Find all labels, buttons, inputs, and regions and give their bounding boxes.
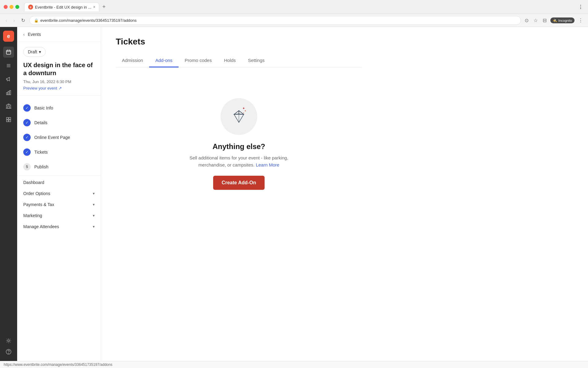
page-title: Tickets <box>116 37 362 47</box>
browser-profile-icon[interactable]: ⊟ <box>541 16 548 25</box>
sidebar-item-basic-info[interactable]: ✓ Basic Info <box>17 101 101 115</box>
preview-event-link[interactable]: Preview your event ↗ <box>23 86 95 90</box>
sidebar-item-tickets[interactable]: ✓ Tickets <box>17 145 101 159</box>
tab-holds[interactable]: Holds <box>218 54 242 67</box>
svg-rect-11 <box>6 117 8 119</box>
icon-bar-building[interactable] <box>3 101 14 112</box>
sidebar-item-publish[interactable]: 5 Publish <box>17 159 101 174</box>
publish-number-badge: 5 <box>23 163 31 171</box>
marketing-label: Marketing <box>23 213 42 218</box>
sidebar-item-payments-tax[interactable]: Payments & Tax ▾ <box>17 199 101 210</box>
sidebar-item-marketing[interactable]: Marketing ▾ <box>17 210 101 221</box>
draft-chevron-icon: ▾ <box>39 49 41 54</box>
learn-more-link[interactable]: Learn More <box>256 162 279 167</box>
browser-window-controls <box>4 5 19 9</box>
sidebar-header: ‹ Events <box>17 27 101 42</box>
event-title: UX design in the face of a downturn <box>23 61 95 77</box>
tickets-check-icon: ✓ <box>23 148 31 156</box>
icon-bar-help[interactable] <box>3 346 14 357</box>
sidebar-item-details[interactable]: ✓ Details <box>17 115 101 130</box>
draft-status-button[interactable]: Draft ▾ <box>23 47 46 57</box>
svg-text:✦: ✦ <box>244 110 246 112</box>
eventbrite-favicon-letter: e <box>30 6 32 9</box>
browser-tabs: e Eventbrite - Edit UX design in ... × + <box>24 2 575 11</box>
external-link-icon: ↗ <box>58 86 62 90</box>
manage-attendees-chevron-icon: ▾ <box>93 224 95 229</box>
svg-rect-14 <box>9 120 11 122</box>
camera-icon[interactable]: ⊙ <box>523 16 530 25</box>
online-event-page-label: Online Event Page <box>34 135 70 140</box>
ssl-lock-icon: 🔒 <box>34 18 39 23</box>
browser-toolbar: ‹ › ↻ 🔒 eventbrite.com/manage/events/336… <box>0 14 588 27</box>
forward-button[interactable]: › <box>11 17 17 25</box>
address-bar[interactable]: 🔒 eventbrite.com/manage/events/336451735… <box>29 16 521 25</box>
back-to-events-button[interactable]: ‹ <box>23 32 25 37</box>
svg-rect-10 <box>6 105 11 108</box>
icon-bar-megaphone[interactable] <box>3 74 14 85</box>
details-label: Details <box>34 120 47 125</box>
tab-admission[interactable]: Admission <box>116 54 149 67</box>
incognito-icon: 🕵 <box>553 18 557 22</box>
reload-button[interactable]: ↻ <box>19 16 27 25</box>
manage-attendees-label: Manage Attendees <box>23 224 59 229</box>
svg-rect-12 <box>9 117 11 119</box>
active-browser-tab[interactable]: e Eventbrite - Edit UX design in ... × <box>24 2 99 11</box>
minimize-window-button[interactable] <box>9 5 13 9</box>
sidebar-item-order-options[interactable]: Order Options ▾ <box>17 188 101 199</box>
events-breadcrumb[interactable]: Events <box>28 32 41 37</box>
diamond-illustration: ✦ ✦ ★ <box>221 98 257 135</box>
dashboard-label: Dashboard <box>23 180 44 185</box>
svg-line-26 <box>234 114 239 122</box>
status-url: https://www.eventbrite.com/manage/events… <box>4 362 112 367</box>
sidebar-divider-1 <box>17 175 101 176</box>
icon-bar-grid[interactable] <box>3 114 14 125</box>
preview-event-label: Preview your event <box>23 86 57 90</box>
svg-text:★: ★ <box>243 112 244 114</box>
sidebar-item-manage-attendees[interactable]: Manage Attendees ▾ <box>17 221 101 232</box>
online-event-page-check-icon: ✓ <box>23 134 31 141</box>
basic-info-check-icon: ✓ <box>23 104 31 112</box>
logo-letter: e <box>7 33 10 40</box>
svg-rect-7 <box>6 93 8 95</box>
icon-bar: e <box>0 27 17 361</box>
svg-rect-13 <box>6 120 8 122</box>
svg-rect-0 <box>6 50 11 54</box>
back-button[interactable]: ‹ <box>4 17 9 25</box>
sidebar-item-dashboard[interactable]: Dashboard <box>17 177 101 188</box>
empty-state-title: Anything else? <box>213 142 265 151</box>
sidebar-draft-section: Draft ▾ UX design in the face of a downt… <box>17 42 101 96</box>
tab-promo-codes[interactable]: Promo codes <box>179 54 218 67</box>
browser-more-button[interactable]: ⋮ <box>577 16 584 25</box>
sidebar-item-online-event-page[interactable]: ✓ Online Event Page <box>17 130 101 145</box>
svg-line-27 <box>239 114 244 122</box>
new-tab-button[interactable]: + <box>100 3 107 11</box>
tab-close-button[interactable]: × <box>93 5 95 9</box>
sidebar-nav: ✓ Basic Info ✓ Details ✓ Online Event Pa… <box>17 96 101 361</box>
icon-bar-list[interactable] <box>3 60 14 71</box>
svg-point-15 <box>8 340 9 342</box>
empty-state-description: Sell additional items for your event - l… <box>178 155 300 168</box>
draft-label: Draft <box>28 49 37 54</box>
event-date: Thu, Jun 16, 2022 6:30 PM <box>23 79 95 84</box>
icon-bar-calendar[interactable] <box>3 47 14 58</box>
app-container: e <box>0 27 588 361</box>
icon-bar-gear[interactable] <box>3 335 14 346</box>
maximize-window-button[interactable] <box>15 5 19 9</box>
eventbrite-logo[interactable]: e <box>3 31 14 42</box>
bookmark-icon[interactable]: ☆ <box>532 16 539 25</box>
close-window-button[interactable] <box>4 5 8 9</box>
icon-bar-chart[interactable] <box>3 87 14 98</box>
details-check-icon: ✓ <box>23 119 31 126</box>
marketing-chevron-icon: ▾ <box>93 213 95 218</box>
publish-label: Publish <box>34 164 48 169</box>
browser-menu-button[interactable]: ⋮ <box>577 3 584 11</box>
tab-addons[interactable]: Add-ons <box>149 54 179 67</box>
svg-rect-8 <box>8 91 9 95</box>
tab-settings[interactable]: Settings <box>242 54 271 67</box>
tickets-tabs: Admission Add-ons Promo codes Holds Sett… <box>116 54 362 67</box>
basic-info-label: Basic Info <box>34 105 53 110</box>
order-options-label: Order Options <box>23 191 50 196</box>
create-addon-button[interactable]: Create Add-On <box>213 176 265 190</box>
payments-tax-chevron-icon: ▾ <box>93 202 95 207</box>
sidebar: ‹ Events Draft ▾ UX design in the face o… <box>17 27 101 361</box>
